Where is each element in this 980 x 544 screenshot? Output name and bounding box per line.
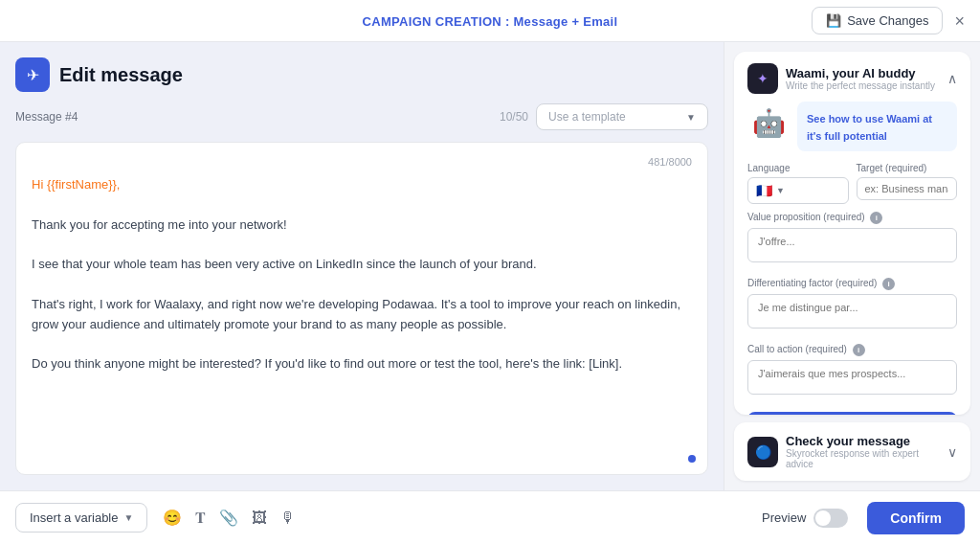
campaign-creation-label: CAMPAIGN CREATION : [363, 14, 514, 29]
chevron-down-icon: ▼ [686, 112, 696, 123]
message-label: Message #4 [15, 110, 492, 124]
chevron-down-icon-lang: ▼ [776, 186, 785, 195]
generate-button[interactable]: ✦ Generate [747, 412, 957, 415]
bottom-right: Preview Confirm [762, 502, 965, 534]
waami-avatar: ✦ [747, 63, 778, 94]
check-card-left: 🔵 Check your message Skyrocket response … [747, 434, 947, 469]
cta-input[interactable] [747, 360, 957, 395]
bottom-bar: Insert a variable ▼ 😊 𝐓 📎 🖼 🎙 Preview Co… [0, 490, 980, 544]
check-info: Check your message Skyrocket response wi… [786, 434, 947, 469]
close-button[interactable]: × [950, 9, 969, 34]
ai-card-info: Waami, your AI buddy Write the perfect m… [786, 66, 935, 91]
tip-text: See how to use Waami at it's full potent… [807, 113, 932, 142]
target-label: Target (required) [857, 163, 958, 173]
chevron-down-insert-icon: ▼ [124, 512, 134, 523]
left-panel: ✈ Edit message Message #4 10/50 Use a te… [0, 42, 724, 490]
attachment-icon[interactable]: 📎 [219, 509, 238, 527]
target-input[interactable] [857, 177, 958, 200]
campaign-step-label: Message + Email [513, 14, 617, 29]
cta-label-text: Call to action (required) [747, 344, 847, 354]
check-avatar: 🔵 [747, 437, 778, 467]
ai-card-subtitle: Write the perfect message instantly [786, 80, 935, 91]
insert-variable-label: Insert a variable [30, 510, 119, 525]
check-title: Check your message [786, 434, 947, 448]
sparkle-icon: ✦ [757, 71, 768, 86]
ai-card-title: Waami, your AI buddy [786, 66, 935, 80]
save-disk-icon: 💾 [826, 13, 841, 28]
value-info-icon: i [870, 212, 882, 224]
bottom-toolbar-icons: 😊 𝐓 📎 🖼 🎙 [163, 509, 296, 527]
step-char-count: 10/50 [500, 110, 528, 124]
insert-variable-button[interactable]: Insert a variable ▼ [15, 503, 147, 533]
value-label: Value proposition (required) i [747, 212, 957, 224]
save-changes-button[interactable]: 💾 Save Changes [812, 7, 943, 34]
tip-box: See how to use Waami at it's full potent… [797, 102, 957, 151]
editor-char-count: 481/8000 [648, 156, 692, 168]
message-editor[interactable]: 481/8000 Hi {{firstName}}, Thank you for… [15, 142, 708, 475]
scroll-indicator [688, 455, 696, 463]
differentiating-group: Differentiating factor (required) i [747, 278, 957, 336]
top-bar-title: CAMPAIGN CREATION : Message + Email [363, 12, 618, 30]
save-changes-label: Save Changes [847, 13, 928, 28]
confirm-button[interactable]: Confirm [867, 502, 965, 534]
mic-icon[interactable]: 🎙 [280, 510, 296, 527]
message-controls: Message #4 10/50 Use a template ▼ [15, 103, 708, 130]
value-label-text: Value proposition (required) [747, 212, 865, 222]
check-subtitle: Skyrocket response with expert advice [786, 448, 947, 469]
airplane-icon: ✈ [27, 66, 39, 84]
target-group: Target (required) [857, 163, 958, 204]
differentiating-info-icon: i [882, 278, 895, 290]
preview-section: Preview [762, 509, 848, 528]
cta-info-icon: i [853, 344, 865, 356]
chevron-down-check-icon[interactable]: ∨ [947, 444, 957, 460]
cta-group: Call to action (required) i [747, 344, 957, 402]
robot-tip: 🤖 See how to use Waami at it's full pote… [747, 102, 957, 151]
emoji-icon[interactable]: 😊 [163, 509, 182, 527]
differentiating-label: Differentiating factor (required) i [747, 278, 957, 290]
chevron-up-icon[interactable]: ∧ [947, 71, 957, 86]
waami-ai-card: ✦ Waami, your AI buddy Write the perfect… [734, 52, 970, 415]
ai-card-header-left: ✦ Waami, your AI buddy Write the perfect… [747, 63, 935, 94]
right-panel: ✦ Waami, your AI buddy Write the perfect… [724, 42, 980, 490]
cta-label: Call to action (required) i [747, 344, 957, 356]
bottom-left: Insert a variable ▼ 😊 𝐓 📎 🖼 🎙 [15, 503, 296, 533]
page-title: Edit message [59, 64, 183, 86]
value-input[interactable] [747, 228, 957, 262]
image-icon[interactable]: 🖼 [252, 510, 267, 527]
panel-icon: ✈ [15, 57, 50, 92]
message-text: Hi {{firstName}}, Thank you for acceptin… [32, 175, 692, 374]
preview-label: Preview [762, 510, 806, 525]
panel-header: ✈ Edit message [15, 57, 708, 92]
top-bar: CAMPAIGN CREATION : Message + Email 💾 Sa… [0, 0, 980, 42]
differentiating-label-text: Differentiating factor (required) [747, 278, 877, 288]
ai-card-body: 🤖 See how to use Waami at it's full pote… [734, 102, 970, 415]
editor-header: 481/8000 [32, 156, 692, 168]
template-placeholder: Use a template [548, 110, 680, 124]
robot-icon: 🤖 [747, 102, 790, 144]
preview-toggle[interactable] [813, 509, 848, 528]
text-format-icon[interactable]: 𝐓 [195, 510, 206, 527]
language-label: Language [747, 163, 849, 173]
main-content: ✈ Edit message Message #4 10/50 Use a te… [0, 42, 980, 490]
check-message-card: 🔵 Check your message Skyrocket response … [734, 422, 970, 481]
flag-icon: 🇫🇷 [756, 183, 772, 198]
check-bot-icon: 🔵 [755, 444, 771, 460]
ai-card-header: ✦ Waami, your AI buddy Write the perfect… [734, 52, 970, 102]
differentiating-input[interactable] [747, 294, 957, 329]
language-group: Language 🇫🇷 ▼ [747, 163, 849, 204]
top-bar-actions: 💾 Save Changes × [812, 7, 969, 34]
firstname-variable: Hi {{firstName}}, [32, 177, 121, 192]
value-group: Value proposition (required) i [747, 212, 957, 270]
language-target-row: Language 🇫🇷 ▼ Target (required) [747, 163, 957, 204]
template-select[interactable]: Use a template ▼ [536, 103, 708, 130]
language-select[interactable]: 🇫🇷 ▼ [747, 177, 849, 204]
